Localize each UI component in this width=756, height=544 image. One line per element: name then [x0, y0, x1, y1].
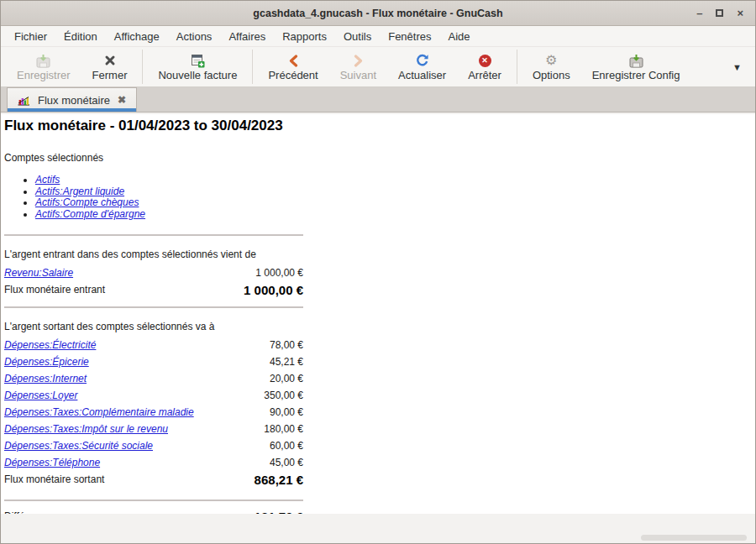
save-config-icon — [629, 52, 643, 69]
menu-item[interactable]: Outils — [335, 28, 380, 45]
save-label: Enregistrer — [17, 69, 71, 81]
back-button[interactable]: Précédent — [257, 47, 328, 86]
separator — [4, 234, 303, 236]
amount-value: 90,00 € — [270, 406, 303, 418]
account-link[interactable]: Dépenses:Taxes:Complémentaire maladie — [4, 406, 194, 418]
menu-item[interactable]: Aide — [440, 28, 479, 45]
new-invoice-button[interactable]: Nouvelle facture — [147, 47, 248, 86]
menubar: Fichier Édition Affichage Actions Affair… — [1, 26, 755, 47]
tab-label: Flux monétaire — [38, 94, 110, 107]
menu-item[interactable]: Affichage — [106, 28, 168, 45]
account-list-item: Actifs:Argent liquide — [35, 186, 756, 198]
menu-item[interactable]: Fichier — [6, 28, 55, 45]
gear-icon: ⚙ — [545, 52, 557, 69]
maximize-button[interactable] — [716, 9, 723, 17]
refresh-button[interactable]: Actualiser — [387, 47, 457, 86]
account-link[interactable]: Dépenses:Loyer — [4, 390, 77, 401]
report-title: Flux monétaire - 01/04/2023 to 30/04/202… — [4, 118, 756, 134]
options-button[interactable]: ⚙ Options — [522, 47, 581, 86]
account-link[interactable]: Dépenses:Taxes:Sécurité sociale — [4, 440, 153, 452]
window-controls: – × — [696, 8, 755, 18]
toolbar-overflow-button[interactable]: ▼ — [729, 47, 750, 86]
separator — [4, 306, 303, 308]
toolbar-separator — [252, 50, 253, 84]
minimize-button[interactable]: – — [696, 8, 702, 18]
menu-item[interactable]: Actions — [168, 28, 221, 45]
save-icon — [36, 52, 50, 69]
new-invoice-label: Nouvelle facture — [158, 69, 237, 81]
table-row: Dépenses:Taxes:Sécurité sociale 60,00 € — [4, 437, 303, 454]
report-view: Flux monétaire - 01/04/2023 to 30/04/202… — [1, 114, 756, 515]
menu-item[interactable]: Édition — [55, 28, 106, 45]
tab-flux-monetaire[interactable]: Flux monétaire ✖ — [7, 87, 137, 112]
table-row: Dépenses:Loyer 350,00 € — [4, 387, 303, 404]
gnucash-window: gcashdata_4.gnucash - Flux monétaire - G… — [0, 0, 756, 544]
close-button[interactable]: × — [737, 8, 743, 18]
save-config-label: Enregistrer Config — [592, 69, 680, 81]
refresh-icon — [416, 52, 429, 69]
amount-value: 60,00 € — [270, 440, 303, 452]
toolbar-spacer — [690, 47, 729, 86]
table-row: Dépenses:Téléphone 45,00 € — [4, 454, 303, 471]
barchart-icon — [18, 95, 30, 106]
titlebar: gcashdata_4.gnucash - Flux monétaire - G… — [1, 1, 755, 26]
account-link[interactable]: Actifs — [35, 174, 60, 186]
stop-icon: ✕ — [479, 52, 491, 69]
money-in-total-amount: 1 000,00 € — [244, 283, 303, 297]
toolbar: Enregistrer Fermer — [1, 47, 755, 87]
money-in-total-row: Flux monétaire entrant 1 000,00 € — [4, 281, 303, 298]
stop-button[interactable]: ✕ Arrêter — [457, 47, 512, 86]
chevron-down-icon: ▼ — [732, 62, 742, 72]
account-link[interactable]: Dépenses:Internet — [4, 373, 87, 384]
money-out-rows: Dépenses:Électricité 78,00 € Dépenses:Ép… — [4, 337, 303, 471]
money-out-heading: L'argent sortant des comptes sélectionné… — [4, 321, 756, 332]
toolbar-separator — [142, 50, 143, 84]
money-out-total-label: Flux monétaire sortant — [4, 473, 104, 485]
options-label: Options — [533, 69, 570, 81]
table-row: Dépenses:Taxes:Complémentaire maladie 90… — [4, 404, 303, 421]
table-row: Dépenses:Épicerie 45,21 € — [4, 353, 303, 370]
menu-item[interactable]: Fenêtres — [380, 28, 439, 45]
money-in-rows: Revenu:Salaire 1 000,00 € — [4, 264, 303, 281]
close-tab-button[interactable]: Fermer — [81, 47, 139, 86]
horizontal-scrollbar-thumb[interactable] — [641, 535, 747, 541]
table-row: Dépenses:Taxes:Impôt sur le revenu 180,0… — [4, 421, 303, 437]
amount-value: 1 000,00 € — [255, 267, 303, 279]
selected-accounts-list: Actifs Actifs:Argent liquide Actifs:Comp… — [4, 175, 756, 220]
close-icon — [104, 52, 116, 69]
account-link[interactable]: Actifs:Compte chèques — [35, 196, 139, 208]
back-label: Précédent — [268, 69, 318, 81]
toolbar-separator — [517, 50, 517, 84]
amount-value: 45,00 € — [270, 457, 303, 468]
bottom-strip — [1, 514, 756, 543]
money-out-total-row: Flux monétaire sortant 868,21 € — [4, 471, 303, 488]
amount-value: 20,00 € — [270, 373, 303, 384]
money-in-total-label: Flux monétaire entrant — [4, 284, 105, 296]
tab-close-icon[interactable]: ✖ — [118, 94, 126, 106]
account-link[interactable]: Actifs:Compte d'épargne — [35, 208, 145, 220]
account-link[interactable]: Dépenses:Épicerie — [4, 356, 89, 368]
accounts-heading: Comptes sélectionnés — [4, 152, 756, 164]
money-out-table: Dépenses:Électricité 78,00 € Dépenses:Ép… — [4, 337, 303, 488]
account-link[interactable]: Dépenses:Électricité — [4, 339, 96, 351]
account-link[interactable]: Dépenses:Téléphone — [4, 457, 100, 468]
money-in-heading: L'argent entrant dans des comptes sélect… — [4, 248, 756, 260]
account-link[interactable]: Actifs:Argent liquide — [35, 186, 124, 197]
amount-value: 78,00 € — [270, 339, 303, 351]
save-button: Enregistrer — [6, 47, 81, 86]
amount-value: 45,21 € — [270, 356, 303, 368]
refresh-label: Actualiser — [398, 69, 446, 81]
menu-item[interactable]: Affaires — [220, 28, 274, 45]
account-list-item: Actifs:Compte chèques — [35, 197, 756, 209]
account-link[interactable]: Dépenses:Taxes:Impôt sur le revenu — [4, 423, 168, 435]
save-config-button[interactable]: Enregistrer Config — [581, 47, 691, 86]
table-row: Dépenses:Internet 20,00 € — [4, 370, 303, 387]
invoice-icon — [191, 52, 205, 69]
separator — [4, 500, 303, 501]
money-in-table: Revenu:Salaire 1 000,00 € Flux monétaire… — [4, 264, 303, 298]
menu-item[interactable]: Rapports — [274, 28, 335, 45]
back-arrow-icon — [288, 52, 299, 69]
amount-value: 350,00 € — [264, 390, 303, 401]
stop-label: Arrêter — [468, 69, 501, 81]
account-link[interactable]: Revenu:Salaire — [4, 267, 73, 279]
